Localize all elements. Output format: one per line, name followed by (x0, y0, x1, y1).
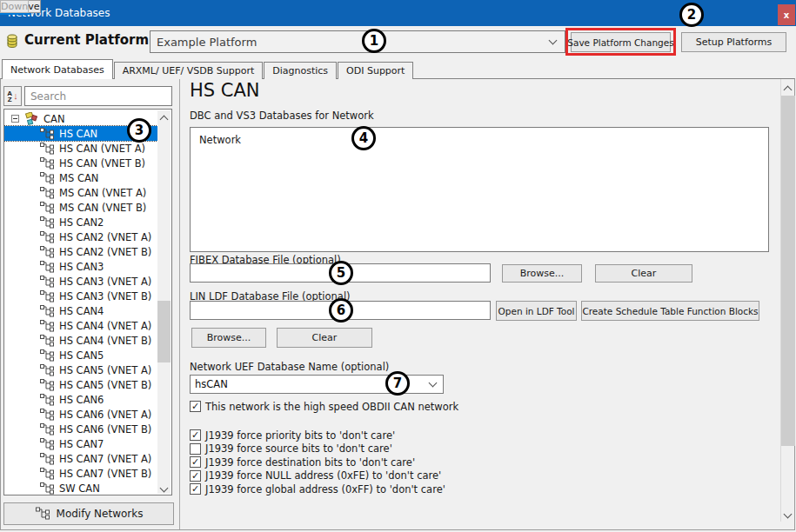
fibex-clear-button[interactable]: Clear (595, 264, 692, 283)
database-list[interactable]: Network (190, 127, 769, 252)
tree-item-network[interactable]: MS CAN (VNET B) (4, 200, 157, 215)
tree-item-label: SW CAN (59, 482, 100, 495)
j1939-checkbox-row[interactable]: ✓ J1939 force global address (0xFF) to '… (190, 482, 445, 496)
tab-label: Network Databases (10, 64, 104, 76)
tab[interactable]: ODI Support (338, 62, 413, 79)
scroll-up-icon[interactable] (784, 86, 793, 95)
tree-item-network[interactable]: HS CAN3 (VNET B) (4, 289, 157, 303)
tree-item-network[interactable]: HS CAN5 (4, 348, 157, 362)
modify-networks-button[interactable]: Modify Networks (3, 502, 174, 525)
current-platform-label: Current Platform (24, 32, 149, 48)
tree-item-label: MS CAN (VNET B) (59, 202, 146, 214)
network-node-icon (39, 245, 56, 258)
network-node-icon (39, 171, 56, 184)
tree-item-network[interactable]: HS CAN7 (4, 436, 157, 451)
tree-item-label: HS CAN4 (59, 305, 104, 317)
tree-item-network[interactable]: HS CAN6 (VNET B) (4, 422, 157, 436)
tree-item-network[interactable]: HS CAN2 (VNET A) (4, 229, 157, 244)
tree-scrollbar[interactable] (157, 110, 171, 494)
tree-item-network[interactable]: HS CAN7 (VNET A) (4, 451, 157, 466)
tree-item-label: HS CAN6 (VNET B) (59, 423, 151, 436)
checkbox-icon[interactable]: ✓ (190, 456, 201, 468)
lin-clear-button[interactable]: Clear (277, 328, 372, 348)
checkbox-icon[interactable]: ✓ (190, 401, 201, 412)
network-node-icon (39, 156, 56, 170)
network-node-icon (39, 230, 56, 243)
chevron-down-icon (549, 37, 558, 45)
tree-item-label: HS CAN6 (VNET A) (59, 409, 151, 421)
fibex-browse-button[interactable]: Browse... (502, 264, 582, 283)
collapse-icon[interactable] (11, 115, 19, 123)
j1939-checkbox-row[interactable]: ✓ J1939 force priority bits to 'don't ca… (190, 429, 445, 442)
obdii-checkbox-row[interactable]: ✓ This network is the high speed OBDII C… (190, 400, 458, 414)
open-ldf-tool-button[interactable]: Open in LDF Tool (496, 301, 577, 321)
tree-root-can[interactable]: CAN (4, 111, 157, 126)
tree-item-network[interactable]: HS CAN4 (4, 303, 157, 318)
tree-item-label: HS CAN2 (VNET B) (59, 246, 151, 258)
tree-item-network[interactable]: HS CAN6 (4, 392, 157, 407)
lin-browse-button[interactable]: Browse... (191, 328, 266, 348)
checkbox-icon[interactable]: ✓ (190, 429, 201, 441)
tree-item-label: HS CAN (59, 128, 97, 140)
close-button[interactable]: x (778, 4, 795, 25)
checkbox-label: J1939 force destination bits to 'don't c… (205, 456, 415, 469)
tab[interactable]: ARXML/ UEF/ VSDB Support (114, 62, 264, 79)
networks-group-icon (23, 112, 40, 126)
tree-item-network[interactable]: HS CAN3 (VNET A) (4, 274, 157, 289)
tree-item-network[interactable]: HS CAN4 (VNET B) (4, 333, 157, 348)
tree-item-label: HS CAN3 (59, 261, 104, 273)
checkbox-icon[interactable]: ✓ (190, 443, 201, 455)
tree-item-label: HS CAN5 (VNET A) (59, 364, 151, 376)
save-platform-changes-button[interactable]: Save Platform Changes (571, 32, 671, 52)
j1939-checkbox-row[interactable]: ✓ J1939 force source bits to 'don't care… (190, 442, 445, 456)
tree-item-network[interactable]: MS CAN (4, 170, 157, 185)
scroll-down-icon[interactable] (784, 510, 793, 519)
dbc-list-button[interactable]: Down (0, 0, 29, 13)
tree-scrollbar-thumb[interactable] (157, 301, 171, 362)
tree-item-network[interactable]: HS CAN5 (VNET B) (4, 377, 157, 392)
checkbox-label: J1939 force source bits to 'don't care' (205, 442, 392, 455)
tree-item-network[interactable]: HS CAN2 (VNET B) (4, 244, 157, 259)
tree-item-network[interactable]: HS CAN4 (VNET A) (4, 318, 157, 333)
j1939-checkbox-row[interactable]: ✓ J1939 force destination bits to 'don't… (190, 456, 445, 469)
tree-item-label: HS CAN7 (VNET A) (59, 453, 151, 465)
tree-item-network[interactable]: HS CAN (4, 126, 157, 141)
tree-item-network[interactable]: HS CAN (VNET A) (4, 141, 157, 156)
sort-az-icon: AZ (7, 90, 12, 103)
lin-file-input[interactable] (190, 301, 491, 320)
tree-item-network[interactable]: MS CAN (VNET A) (4, 185, 157, 200)
scroll-down-icon[interactable] (160, 484, 169, 493)
tab-label: ARXML/ UEF/ VSDB Support (123, 65, 255, 76)
scroll-up-icon[interactable] (160, 116, 169, 124)
tree-item-label: HS CAN5 (VNET B) (59, 379, 151, 391)
uef-name-select[interactable]: hsCAN (190, 375, 444, 394)
network-node-icon (39, 467, 56, 480)
network-node-icon (39, 334, 56, 347)
checkbox-icon[interactable]: ✓ (190, 470, 201, 482)
j1939-checkbox-row[interactable]: ✓ J1939 force NULL address (0xFE) to 'do… (190, 469, 445, 483)
main-scrollbar[interactable] (780, 79, 794, 522)
checkbox-icon[interactable]: ✓ (190, 483, 201, 495)
tree-item-network[interactable]: HS CAN (VNET B) (4, 156, 157, 170)
tab[interactable]: Diagnostics (264, 62, 337, 79)
setup-platforms-button[interactable]: Setup Platforms (681, 32, 786, 52)
fibex-file-input[interactable] (190, 263, 491, 283)
tree-item-network[interactable]: HS CAN2 (4, 215, 157, 229)
tree-item-network[interactable]: HS CAN6 (VNET A) (4, 407, 157, 422)
sort-arrow-icon: ↓ (13, 91, 18, 101)
tree-item-network[interactable]: SW CAN (4, 481, 157, 495)
network-heading: HS CAN (190, 80, 260, 101)
create-schedule-table-button[interactable]: Create Schedule Table Function Blocks (581, 301, 759, 321)
tree-item-label: HS CAN (VNET A) (59, 143, 145, 155)
tab[interactable]: Network Databases (2, 59, 113, 79)
tree-item-network[interactable]: HS CAN3 (4, 259, 157, 274)
platform-select[interactable]: Example Platform (150, 30, 565, 53)
sort-az-button[interactable]: AZ ↓ (3, 86, 22, 106)
main-scrollbar-thumb[interactable] (781, 96, 795, 446)
tree-item-network[interactable]: HS CAN5 (VNET A) (4, 362, 157, 377)
tree-item-network[interactable]: HS CAN7 (VNET B) (4, 466, 157, 481)
search-input[interactable] (24, 86, 172, 106)
tree-items: HS CAN HS CAN (VNET A) HS CAN (VNET B) (4, 126, 157, 495)
tree-root-label: CAN (43, 113, 65, 125)
tree-item-label: HS CAN7 (VNET B) (59, 468, 151, 480)
